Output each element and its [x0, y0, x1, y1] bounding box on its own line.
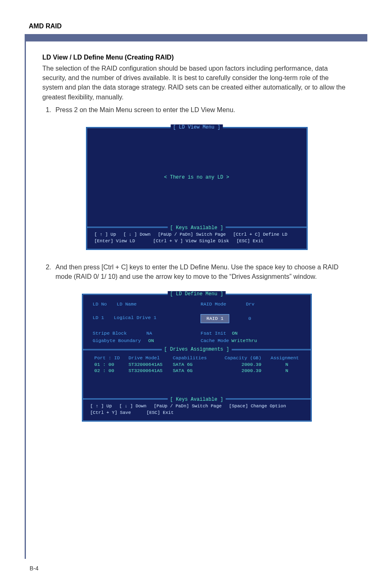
bios-ld-view-screenshot: [ LD View Menu ] < There is no any LD > …: [86, 127, 308, 250]
intro-paragraph: The selection of the RAID configuration …: [42, 64, 351, 102]
lbl-cache-mode: Cache Mode: [201, 337, 229, 345]
cell-capacity: 2000.39: [215, 368, 263, 374]
lbl-ld-name: LD Name: [117, 301, 136, 308]
lbl-gigabyte-boundary: Gigabyte Boundary: [93, 337, 141, 345]
col-port-id: Port : ID: [93, 354, 127, 361]
key-switch-page: [PaUp / PaDn] Switch Page: [158, 231, 226, 238]
key-switch-page: [PaUp / PaDn] Switch Page: [154, 403, 221, 410]
key-exit: [ESC] Exit: [147, 409, 174, 416]
bios-view-keys-panel: [ Keys Available ] [ ↑ ] Up [ ↓ ] Down […: [87, 227, 307, 249]
col-capacity: Capacity (GB): [215, 354, 263, 361]
val-cache-mode: WriteThru: [231, 337, 257, 345]
cell-model: ST32000641AS: [127, 368, 171, 374]
key-down: [ ↓ ] Down: [119, 403, 146, 410]
col-model: Drive Model: [127, 354, 171, 361]
lbl-raid-mode: RAID Mode: [201, 301, 226, 308]
bios-ld-define-screenshot: [ LD Define Menu ] LD No LD Name RAID Mo…: [82, 294, 312, 422]
drv-count: 0: [248, 315, 251, 322]
raid-mode-selected: RAID 1: [201, 314, 229, 323]
section-header: AMD RAID: [25, 23, 367, 30]
key-up: [ ↑ ] Up: [95, 231, 116, 238]
step-1-text: Press 2 on the Main Menu screen to enter…: [53, 105, 351, 115]
cell-cap: SATA 6G: [171, 361, 215, 368]
cell-port: 01 : 00: [93, 361, 127, 368]
val-gigabyte-boundary: ON: [148, 337, 154, 345]
val-fsat-init: ON: [232, 330, 238, 337]
cell-assign: N: [263, 368, 300, 374]
bios-define-title: [ LD Define Menu ]: [168, 291, 226, 297]
cell-model: ST32000641AS: [127, 361, 171, 368]
col-capabilities: Capabilities: [171, 354, 215, 361]
cell-capacity: 2000.39: [215, 361, 263, 368]
cell-cap: SATA 6G: [171, 368, 215, 374]
key-view-ld: [Enter] View LD: [95, 238, 135, 245]
table-row: 02 : 00 ST32000641AS SATA 6G 2000.39 N: [93, 368, 301, 374]
val-ld-name: Logical Drive 1: [114, 314, 157, 323]
drives-table: Port : ID Drive Model Capabilities Capac…: [93, 354, 301, 374]
key-exit: [ESC] Exit: [236, 238, 263, 245]
key-define-ld: [Ctrl + C] Define LD: [233, 231, 287, 238]
bios-keys-title: [ Keys Available ]: [168, 396, 226, 403]
lbl-fsat-init: Fsat Init: [201, 330, 226, 337]
table-row: 01 : 00 ST32000641AS SATA 6G 2000.39 N: [93, 361, 301, 368]
bios-define-keys-panel: [ Keys Available ] [ ↑ ] Up [ ↓ ] Down […: [83, 398, 311, 420]
val-stripe-block: NA: [146, 330, 152, 337]
key-view-single-disk: [Ctrl + V ] View Single Disk: [153, 238, 229, 245]
bios-view-title: [ LD View Menu ]: [171, 124, 223, 130]
bios-empty-message: < There is no any LD >: [164, 175, 229, 180]
header-divider-bar: [25, 34, 367, 41]
lbl-stripe-block: Stripe Block: [93, 330, 127, 337]
bios-keys-title: [ Keys Available ]: [168, 224, 226, 232]
subsection-heading: LD View / LD Define Menu (Creating RAID): [42, 54, 351, 61]
step-2-text: And then press [Ctrl + C] keys to enter …: [53, 262, 351, 281]
lbl-drv: Drv: [246, 301, 254, 308]
val-ld-no: LD 1: [93, 314, 104, 323]
drives-assignments-title: [ Drives Assignments ]: [161, 347, 231, 352]
key-down: [ ↓ ] Down: [123, 231, 150, 238]
key-up: [ ↑ ] Up: [90, 403, 112, 410]
key-change-option: [Space] Change Option: [229, 403, 286, 410]
drives-assignments-panel: [ Drives Assignments ] Port : ID Drive M…: [83, 349, 311, 398]
col-assignment: Assignment: [263, 354, 300, 361]
content-area: LD View / LD Define Menu (Creating RAID)…: [25, 41, 367, 559]
lbl-ld-no: LD No: [93, 301, 107, 308]
cell-port: 02 : 00: [93, 368, 127, 374]
key-save: [Ctrl + Y] Save: [90, 409, 131, 416]
page-number: B-4: [30, 565, 39, 572]
cell-assign: N: [263, 361, 300, 368]
